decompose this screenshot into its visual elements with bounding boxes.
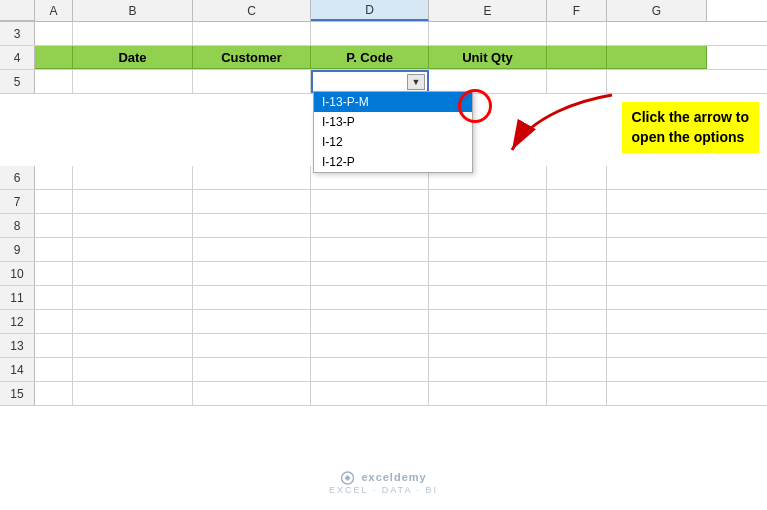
cell xyxy=(73,238,193,261)
col-header-a: A xyxy=(35,0,73,21)
dropdown-option-2[interactable]: I-13-P xyxy=(314,112,472,132)
cell-3d xyxy=(311,22,429,45)
cell xyxy=(607,238,707,261)
cell xyxy=(311,190,429,213)
cell xyxy=(607,358,707,381)
cell xyxy=(429,214,547,237)
watermark: exceldemy EXCEL · DATA · BI xyxy=(329,471,438,495)
cell xyxy=(547,358,607,381)
cell-5b xyxy=(73,70,193,93)
dropdown-option-1[interactable]: I-13-P-M xyxy=(314,92,472,112)
cell-3g xyxy=(607,22,707,45)
cell xyxy=(311,214,429,237)
cell xyxy=(311,358,429,381)
table-row: 15 xyxy=(0,382,767,406)
cell-6a xyxy=(35,166,73,189)
cell xyxy=(311,262,429,285)
table-row: 11 xyxy=(0,286,767,310)
cell xyxy=(193,382,311,405)
cell-5c xyxy=(193,70,311,93)
row-number: 6 xyxy=(0,166,35,189)
rows-area: 3 4 Date Customer P. Code Unit Qty 5 xyxy=(0,22,767,406)
cell xyxy=(429,238,547,261)
dropdown-button[interactable]: ▼ xyxy=(407,74,425,90)
col-header-b: B xyxy=(73,0,193,21)
cell-customer-header: Customer xyxy=(193,46,311,69)
cell xyxy=(547,382,607,405)
cell xyxy=(547,214,607,237)
cell xyxy=(607,286,707,309)
cell xyxy=(547,190,607,213)
cell xyxy=(35,382,73,405)
cell xyxy=(607,334,707,357)
table-row: 14 xyxy=(0,358,767,382)
dropdown-list: I-13-P-M I-13-P I-12 I-12-P xyxy=(313,91,473,173)
watermark-logo: exceldemy xyxy=(340,471,426,485)
cell xyxy=(73,358,193,381)
cell xyxy=(73,286,193,309)
row-number: 7 xyxy=(0,190,35,213)
cell xyxy=(429,286,547,309)
cell-3b xyxy=(73,22,193,45)
cell xyxy=(35,358,73,381)
cell xyxy=(607,190,707,213)
cell xyxy=(547,238,607,261)
cell-4g xyxy=(607,46,707,69)
cell xyxy=(73,310,193,333)
cell-5d-dropdown[interactable]: ▼ I-13-P-M I-13-P I-12 I-12-P xyxy=(311,70,429,93)
cell xyxy=(193,286,311,309)
cell xyxy=(429,262,547,285)
cell xyxy=(607,310,707,333)
cell xyxy=(547,334,607,357)
col-header-c: C xyxy=(193,0,311,21)
cell xyxy=(73,214,193,237)
cell xyxy=(429,310,547,333)
cell xyxy=(35,214,73,237)
table-row: 5 ▼ I-13-P-M I-13-P I-12 I-12-P xyxy=(0,70,767,94)
cell xyxy=(311,382,429,405)
cell xyxy=(193,358,311,381)
cell-3c xyxy=(193,22,311,45)
cell-3a xyxy=(35,22,73,45)
cell xyxy=(35,310,73,333)
dropdown-option-4[interactable]: I-12-P xyxy=(314,152,472,172)
cell-4a xyxy=(35,46,73,69)
table-row: 13 xyxy=(0,334,767,358)
cell xyxy=(429,190,547,213)
cell xyxy=(607,382,707,405)
cell-3f xyxy=(547,22,607,45)
col-header-d: D xyxy=(311,0,429,21)
cell xyxy=(311,334,429,357)
row-number: 5 xyxy=(0,70,35,93)
cell xyxy=(35,238,73,261)
cell-6g xyxy=(607,166,707,189)
cell xyxy=(193,262,311,285)
cell-6b xyxy=(73,166,193,189)
cell xyxy=(193,310,311,333)
row-number: 12 xyxy=(0,310,35,333)
cell xyxy=(607,214,707,237)
cell xyxy=(73,190,193,213)
row-number: 9 xyxy=(0,238,35,261)
cell xyxy=(547,262,607,285)
row-number: 8 xyxy=(0,214,35,237)
cell xyxy=(35,190,73,213)
cell xyxy=(35,334,73,357)
dropdown-option-3[interactable]: I-12 xyxy=(314,132,472,152)
col-header-g: G xyxy=(607,0,707,21)
cell xyxy=(35,286,73,309)
header-data-row: 4 Date Customer P. Code Unit Qty xyxy=(0,46,767,70)
table-row: 8 xyxy=(0,214,767,238)
cell xyxy=(193,334,311,357)
table-row: 10 xyxy=(0,262,767,286)
cell-5a xyxy=(35,70,73,93)
watermark-icon xyxy=(340,471,354,485)
cell-5f xyxy=(547,70,607,93)
cell xyxy=(311,238,429,261)
cell xyxy=(193,214,311,237)
cell xyxy=(73,262,193,285)
annotation-box: Click the arrow to open the options xyxy=(622,102,759,153)
cell xyxy=(547,310,607,333)
cell-4f xyxy=(547,46,607,69)
row-number: 15 xyxy=(0,382,35,405)
